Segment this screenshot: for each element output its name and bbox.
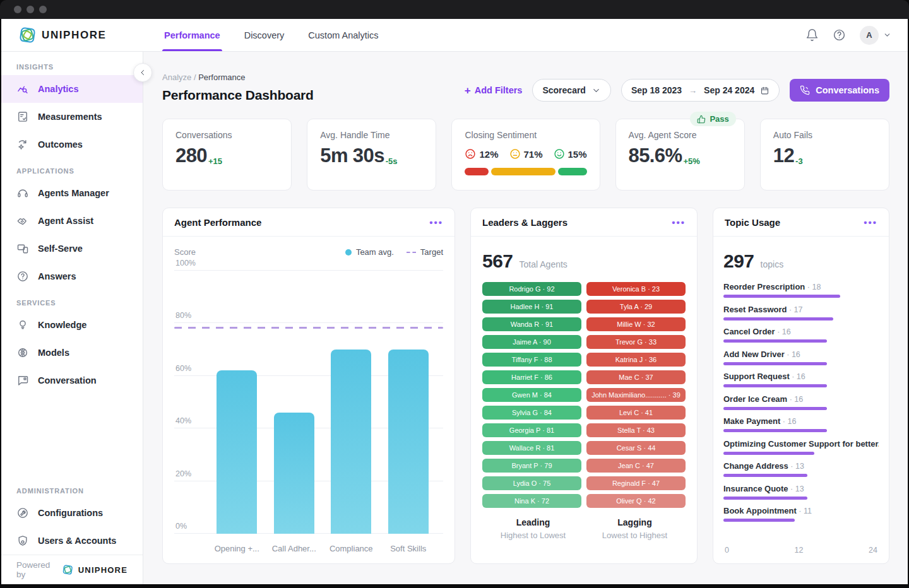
lagging-agent-pill[interactable]: Millie W · 32: [586, 317, 686, 331]
window-minimize-button[interactable]: [27, 6, 34, 13]
lagging-agent-pill[interactable]: Cesar S · 44: [586, 441, 686, 455]
conversations-button[interactable]: Conversations: [790, 79, 889, 102]
lagging-agent-pill[interactable]: Levi C · 41: [586, 406, 686, 420]
tab-custom-analytics[interactable]: Custom Analytics: [308, 19, 378, 51]
panel-menu-button[interactable]: •••: [429, 218, 443, 227]
lagging-agent-pill[interactable]: Reginald F · 47: [586, 476, 686, 490]
scorecard-dropdown[interactable]: Scorecard: [532, 79, 610, 102]
performance-bar[interactable]: [388, 350, 429, 534]
topic-label: Reset Password: [723, 305, 787, 314]
sidebar-item-agents-manager[interactable]: Agents Manager: [1, 179, 143, 207]
topic-usage-bar: [723, 407, 827, 410]
sidebar-item-agent-assist[interactable]: Agent Assist: [1, 207, 143, 235]
leading-agent-pill[interactable]: Bryant P · 79: [482, 459, 581, 473]
breadcrumb-section[interactable]: Analyze: [162, 73, 191, 82]
lagging-agent-pill[interactable]: Stella T · 43: [586, 423, 686, 437]
topic-usage-bar: [723, 362, 827, 365]
sidebar-item-analytics[interactable]: Analytics: [1, 75, 143, 103]
lagging-agent-pill[interactable]: Trevor G · 33: [586, 335, 686, 349]
notifications-bell-icon[interactable]: [805, 28, 819, 42]
topic-count: · 13: [788, 462, 804, 471]
leading-agent-pill[interactable]: Wanda R · 91: [482, 317, 581, 331]
performance-bar[interactable]: [331, 350, 371, 534]
sidebar-item-conversation[interactable]: Conversation: [1, 367, 143, 394]
help-icon[interactable]: [833, 28, 846, 42]
section-label-insights: INSIGHTS: [1, 54, 143, 75]
lagging-agent-pill[interactable]: Tyla A · 29: [586, 300, 686, 314]
sidebar-item-knowledge[interactable]: Knowledge: [1, 311, 143, 339]
window-zoom-button[interactable]: [39, 6, 47, 13]
panel-menu-button[interactable]: •••: [864, 218, 877, 227]
add-filters-button[interactable]: + Add Filters: [465, 85, 523, 96]
sidebar-item-models[interactable]: Models: [1, 339, 143, 367]
leading-agent-pill[interactable]: Sylvia G · 84: [482, 406, 581, 420]
tab-performance[interactable]: Performance: [164, 19, 220, 51]
x-axis-label: Call Adher...: [266, 544, 323, 553]
avatar[interactable]: A: [860, 26, 879, 45]
performance-bar[interactable]: [217, 370, 257, 534]
topic-row[interactable]: Optimizing Customer Support for better..…: [723, 439, 879, 455]
leading-agent-pill[interactable]: Rodrigo G · 92: [482, 282, 581, 296]
lagging-agent-pill[interactable]: Oliver Q · 42: [586, 494, 686, 508]
primary-tabs: Performance Discovery Custom Analytics: [164, 19, 379, 51]
sidebar-item-configurations[interactable]: Configurations: [1, 499, 143, 527]
chevron-left-icon: [139, 69, 146, 76]
kpi-delta: -3: [795, 156, 803, 166]
brain-icon: [16, 346, 29, 359]
topic-row[interactable]: Add New Driver · 16: [723, 350, 879, 365]
leading-agent-pill[interactable]: Jaime A · 90: [482, 335, 581, 349]
sidebar-item-self-serve[interactable]: Self-Serve: [1, 235, 143, 262]
topic-count: · 18: [805, 283, 821, 291]
lagging-agent-pill[interactable]: Jean C · 47: [586, 459, 686, 473]
topic-row[interactable]: Change Address · 13: [723, 461, 879, 477]
y-axis-tick: 100%: [175, 259, 196, 268]
leading-agent-pill[interactable]: Lydia O · 75: [482, 476, 581, 490]
topic-row[interactable]: Reset Password · 17: [723, 305, 879, 320]
sidebar-item-answers[interactable]: Answers: [1, 262, 143, 290]
headset-icon: [16, 187, 29, 199]
date-range-picker[interactable]: Sep 18 2023 → Sep 24 2024: [621, 79, 780, 102]
leading-agent-pill[interactable]: Harriet F · 86: [482, 370, 581, 384]
total-agents-value: 567: [482, 250, 513, 272]
sidebar-collapse-button[interactable]: [133, 63, 152, 82]
topic-row[interactable]: Book Appointment · 11: [723, 506, 879, 522]
lagging-agent-pill[interactable]: John Maximiliano........... · 39: [586, 388, 686, 402]
leading-agent-pill[interactable]: Gwen M · 84: [482, 388, 581, 402]
panel-title: Agent Performance: [174, 217, 261, 228]
lagging-agent-pill[interactable]: Mae C · 37: [586, 370, 686, 384]
lagging-agent-pill[interactable]: Veronica B · 23: [586, 282, 686, 296]
agent-performance-panel: Agent Performance ••• Score Team avg.: [162, 208, 455, 564]
topic-row[interactable]: Make Payment · 16: [723, 416, 879, 432]
leading-agent-pill[interactable]: Georgia P · 81: [482, 423, 581, 437]
sidebar-item-users-accounts[interactable]: Users & Accounts: [1, 527, 143, 555]
leading-agent-pill[interactable]: Hadlee H · 91: [482, 300, 581, 314]
panel-menu-button[interactable]: •••: [672, 218, 686, 227]
topic-usage-bar: [723, 474, 807, 477]
tab-discovery[interactable]: Discovery: [244, 19, 285, 51]
sidebar-item-measurements[interactable]: Measurements: [1, 103, 143, 131]
leading-agent-pill[interactable]: Wallace R · 81: [482, 441, 581, 455]
sidebar: INSIGHTS Analytics Measurements Outcomes…: [1, 52, 143, 584]
topic-count: · 16: [790, 372, 805, 381]
topic-row[interactable]: Cancel Order · 16: [723, 327, 879, 343]
target-line: [174, 327, 443, 329]
section-label-services: SERVICES: [1, 290, 143, 311]
performance-bar[interactable]: [274, 413, 314, 534]
topic-row[interactable]: Reorder Prescription · 18: [723, 282, 879, 298]
brand-logo: UNIPHORE: [19, 26, 143, 44]
leading-agent-pill[interactable]: Nina K · 72: [482, 494, 581, 508]
topic-count: · 16: [780, 417, 796, 426]
topic-row[interactable]: Insurance Quote · 13: [723, 484, 879, 500]
topic-row[interactable]: Order Ice Cream · 16: [723, 394, 879, 410]
arrow-right-icon: →: [687, 86, 698, 95]
total-agents-label: Total Agents: [520, 259, 567, 269]
lagging-agent-pill[interactable]: Katrina J · 36: [586, 353, 686, 367]
topic-label: Add New Driver: [723, 350, 785, 359]
user-menu[interactable]: A: [860, 26, 891, 45]
sidebar-item-outcomes[interactable]: Outcomes: [1, 131, 143, 158]
topic-row[interactable]: Support Request · 16: [723, 372, 879, 387]
window-close-button[interactable]: [14, 6, 21, 13]
leading-agent-pill[interactable]: Tiffany F · 88: [482, 353, 581, 367]
sentiment-bar-segment: [465, 168, 489, 175]
panel-title: Topic Usage: [725, 217, 780, 228]
